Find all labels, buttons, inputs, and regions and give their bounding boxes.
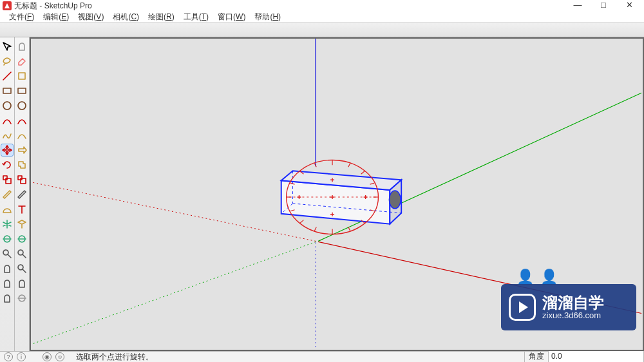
scale-tool-icon[interactable] [1,173,14,186]
menu-v[interactable]: 视图(V) [74,12,108,23]
geo-icon[interactable]: ◉ [43,352,52,361]
viewport-3d[interactable]: 👤 👤 溜溜自学 zixue.3d66.com [30,37,644,351]
push-pull-tool-icon[interactable] [15,144,28,157]
menu-r[interactable]: 绘图(R) [144,12,178,23]
minimize-button[interactable]: — [572,0,583,10]
menu-e[interactable]: 编辑(E) [39,12,73,23]
dimensions-tool-icon[interactable] [15,188,28,201]
make-component-icon[interactable] [15,40,28,53]
svg-point-9 [389,191,401,209]
follow-me-tool-icon[interactable] [15,158,28,171]
freehand-tool-icon[interactable] [1,129,14,142]
measure-value[interactable]: 0.0 [549,351,644,362]
svg-line-25 [348,227,350,231]
paint-bucket-tool-icon[interactable] [15,70,28,82]
look-around-icon[interactable] [15,292,28,305]
svg-line-26 [314,227,316,231]
move-tool-icon[interactable] [1,144,14,157]
measurement-box: 角度 0.0 [524,351,644,362]
rotate-tool-icon[interactable] [1,158,14,171]
svg-line-3 [32,182,316,241]
app-icon [3,1,12,10]
look-around-tool-icon[interactable] [15,233,28,245]
status-hint: 选取两个点进行旋转。 [76,352,153,363]
zoom-tool-icon[interactable] [1,247,14,260]
toolbar-left-2 [15,37,30,351]
user-icon[interactable]: ☺ [55,352,64,361]
measure-label: 角度 [525,351,549,362]
section-plane-tool-icon[interactable] [15,218,28,231]
watermark-subtitle: zixue.3d66.com [542,311,604,320]
info-icon[interactable]: i [17,352,26,361]
pie-tool-icon[interactable] [15,129,28,142]
offset-tool-icon[interactable] [15,173,28,186]
polygon-tool-icon[interactable] [15,99,28,112]
svg-line-22 [299,220,303,224]
select-tool-icon[interactable] [1,40,14,53]
toolbar-left-1 [0,37,15,351]
zoom-window-tool-icon[interactable] [15,262,28,275]
figure-silhouettes: 👤 👤 [516,269,559,285]
status-icons: ? i ◉ ☺ [0,352,68,361]
walk-tool-icon[interactable] [1,277,14,290]
menu-h[interactable]: 帮助(H) [251,12,285,23]
window-controls: — □ ✕ [563,0,644,10]
close-button[interactable]: ✕ [623,0,635,10]
menu-w[interactable]: 窗口(W) [214,12,249,23]
tape-measure-tool-icon[interactable] [1,188,14,201]
text-tool-icon[interactable] [15,203,28,216]
axes-tool-icon[interactable] [1,218,14,231]
ribbon-strip [0,23,644,37]
rotated-rectangle-tool-icon[interactable] [15,84,28,97]
zoom-extents-tool-icon[interactable] [15,247,28,260]
previous-tool-icon[interactable] [15,277,28,290]
play-icon [509,294,536,321]
circle-tool-icon[interactable] [1,99,14,112]
menu-bar: 文件(F)编辑(E)视图(V)相机(C)绘图(R)工具(T)窗口(W)帮助(H) [0,12,644,23]
two-point-arc-tool-icon[interactable] [15,114,28,127]
arc-tool-icon[interactable] [1,114,14,127]
eraser-tool-icon[interactable] [15,55,28,68]
position-camera-tool-icon[interactable] [1,292,14,305]
pan-tool-icon[interactable] [1,262,14,275]
lasso-tool-icon[interactable] [1,55,14,68]
title-bar: 无标题 - SketchUp Pro — □ ✕ [0,0,644,12]
watermark-badge: 溜溜自学 zixue.3d66.com [501,284,636,330]
svg-line-23 [348,163,350,167]
watermark-title: 溜溜自学 [542,294,604,311]
maximize-button[interactable]: □ [598,0,609,10]
workspace: 👤 👤 溜溜自学 zixue.3d66.com [0,37,644,351]
line-tool-icon[interactable] [1,70,14,82]
menu-f[interactable]: 文件(F) [5,12,38,23]
svg-line-5 [32,242,316,344]
help-icon[interactable]: ? [4,352,13,361]
rectangle-tool-icon[interactable] [1,84,14,97]
protractor-tool-icon[interactable] [1,203,14,216]
menu-t[interactable]: 工具(T) [180,12,213,23]
window-title: 无标题 - SketchUp Pro [14,1,92,12]
status-bar: ? i ◉ ☺ 选取两个点进行旋转。 角度 0.0 [0,351,644,362]
menu-c[interactable]: 相机(C) [109,12,143,23]
svg-line-19 [361,171,365,174]
orbit-tool-icon[interactable] [1,233,14,245]
